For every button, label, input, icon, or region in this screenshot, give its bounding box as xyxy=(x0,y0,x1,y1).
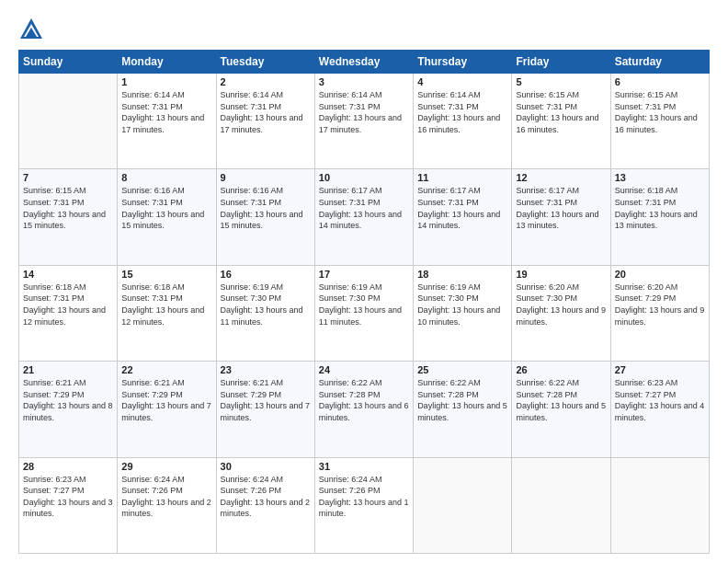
col-header-tuesday: Tuesday xyxy=(216,51,314,74)
day-info: Sunrise: 6:24 AMSunset: 7:26 PMDaylight:… xyxy=(121,474,211,520)
day-number: 14 xyxy=(23,269,113,280)
day-number: 11 xyxy=(417,172,507,183)
calendar-cell: 21Sunrise: 6:21 AMSunset: 7:29 PMDayligh… xyxy=(19,362,118,457)
calendar-cell: 19Sunrise: 6:20 AMSunset: 7:30 PMDayligh… xyxy=(512,265,610,361)
calendar-cell: 13Sunrise: 6:18 AMSunset: 7:31 PMDayligh… xyxy=(610,169,709,265)
calendar-week-1: 1Sunrise: 6:14 AMSunset: 7:31 PMDaylight… xyxy=(19,74,710,169)
col-header-sunday: Sunday xyxy=(19,51,118,74)
day-number: 31 xyxy=(319,461,409,472)
day-number: 28 xyxy=(23,461,113,472)
calendar-cell: 9Sunrise: 6:16 AMSunset: 7:31 PMDaylight… xyxy=(216,169,314,265)
calendar-cell: 27Sunrise: 6:23 AMSunset: 7:27 PMDayligh… xyxy=(610,362,709,457)
calendar-cell: 7Sunrise: 6:15 AMSunset: 7:31 PMDaylight… xyxy=(19,169,118,265)
calendar-cell xyxy=(610,457,709,553)
day-info: Sunrise: 6:23 AMSunset: 7:27 PMDaylight:… xyxy=(23,474,113,520)
calendar-cell xyxy=(414,457,512,553)
day-number: 15 xyxy=(121,269,211,280)
day-info: Sunrise: 6:14 AMSunset: 7:31 PMDaylight:… xyxy=(221,89,311,135)
day-number: 2 xyxy=(221,76,311,87)
day-number: 18 xyxy=(417,269,507,280)
day-number: 1 xyxy=(121,76,211,87)
day-info: Sunrise: 6:18 AMSunset: 7:31 PMDaylight:… xyxy=(615,185,705,231)
calendar-week-4: 21Sunrise: 6:21 AMSunset: 7:29 PMDayligh… xyxy=(19,362,710,457)
day-info: Sunrise: 6:16 AMSunset: 7:31 PMDaylight:… xyxy=(121,185,211,231)
col-header-monday: Monday xyxy=(118,51,216,74)
calendar-cell: 14Sunrise: 6:18 AMSunset: 7:31 PMDayligh… xyxy=(19,265,118,361)
day-info: Sunrise: 6:24 AMSunset: 7:26 PMDaylight:… xyxy=(319,474,409,520)
day-info: Sunrise: 6:16 AMSunset: 7:31 PMDaylight:… xyxy=(221,185,311,231)
day-info: Sunrise: 6:17 AMSunset: 7:31 PMDaylight:… xyxy=(516,185,606,231)
calendar-cell: 28Sunrise: 6:23 AMSunset: 7:27 PMDayligh… xyxy=(19,457,118,553)
day-info: Sunrise: 6:18 AMSunset: 7:31 PMDaylight:… xyxy=(23,282,113,327)
day-number: 24 xyxy=(319,364,409,375)
day-info: Sunrise: 6:14 AMSunset: 7:31 PMDaylight:… xyxy=(417,89,507,135)
day-number: 4 xyxy=(417,76,507,87)
calendar-cell: 15Sunrise: 6:18 AMSunset: 7:31 PMDayligh… xyxy=(118,265,216,361)
day-number: 23 xyxy=(221,364,311,375)
calendar-cell: 11Sunrise: 6:17 AMSunset: 7:31 PMDayligh… xyxy=(414,169,512,265)
calendar-cell: 12Sunrise: 6:17 AMSunset: 7:31 PMDayligh… xyxy=(512,169,610,265)
calendar-cell: 10Sunrise: 6:17 AMSunset: 7:31 PMDayligh… xyxy=(314,169,413,265)
day-info: Sunrise: 6:19 AMSunset: 7:30 PMDaylight:… xyxy=(221,282,311,327)
day-number: 30 xyxy=(221,461,311,472)
day-number: 13 xyxy=(615,172,705,183)
day-number: 21 xyxy=(23,364,113,375)
col-header-thursday: Thursday xyxy=(414,51,512,74)
col-header-saturday: Saturday xyxy=(610,51,709,74)
page: SundayMondayTuesdayWednesdayThursdayFrid… xyxy=(0,0,728,563)
col-header-wednesday: Wednesday xyxy=(314,51,413,74)
calendar-cell: 1Sunrise: 6:14 AMSunset: 7:31 PMDaylight… xyxy=(118,74,216,169)
calendar-cell: 31Sunrise: 6:24 AMSunset: 7:26 PMDayligh… xyxy=(314,457,413,553)
logo xyxy=(18,17,48,42)
day-info: Sunrise: 6:15 AMSunset: 7:31 PMDaylight:… xyxy=(615,89,705,135)
day-number: 7 xyxy=(23,172,113,183)
day-info: Sunrise: 6:14 AMSunset: 7:31 PMDaylight:… xyxy=(319,89,409,135)
day-info: Sunrise: 6:14 AMSunset: 7:31 PMDaylight:… xyxy=(121,89,211,135)
day-number: 22 xyxy=(121,364,211,375)
day-info: Sunrise: 6:18 AMSunset: 7:31 PMDaylight:… xyxy=(121,282,211,327)
day-info: Sunrise: 6:15 AMSunset: 7:31 PMDaylight:… xyxy=(23,185,113,231)
day-number: 25 xyxy=(417,364,507,375)
calendar-cell: 29Sunrise: 6:24 AMSunset: 7:26 PMDayligh… xyxy=(118,457,216,553)
calendar-cell: 6Sunrise: 6:15 AMSunset: 7:31 PMDaylight… xyxy=(610,74,709,169)
day-number: 9 xyxy=(221,172,311,183)
calendar-header-row: SundayMondayTuesdayWednesdayThursdayFrid… xyxy=(19,51,710,74)
day-info: Sunrise: 6:23 AMSunset: 7:27 PMDaylight:… xyxy=(615,377,705,423)
day-number: 6 xyxy=(615,76,705,87)
calendar-week-2: 7Sunrise: 6:15 AMSunset: 7:31 PMDaylight… xyxy=(19,169,710,265)
calendar-cell xyxy=(19,74,118,169)
calendar-cell: 16Sunrise: 6:19 AMSunset: 7:30 PMDayligh… xyxy=(216,265,314,361)
day-number: 19 xyxy=(516,269,606,280)
calendar-table: SundayMondayTuesdayWednesdayThursdayFrid… xyxy=(18,50,710,554)
header xyxy=(18,17,710,42)
calendar-cell: 4Sunrise: 6:14 AMSunset: 7:31 PMDaylight… xyxy=(414,74,512,169)
day-info: Sunrise: 6:24 AMSunset: 7:26 PMDaylight:… xyxy=(221,474,311,520)
day-number: 3 xyxy=(319,76,409,87)
calendar-cell: 26Sunrise: 6:22 AMSunset: 7:28 PMDayligh… xyxy=(512,362,610,457)
day-number: 16 xyxy=(221,269,311,280)
calendar-cell: 20Sunrise: 6:20 AMSunset: 7:29 PMDayligh… xyxy=(610,265,709,361)
day-number: 27 xyxy=(615,364,705,375)
day-info: Sunrise: 6:15 AMSunset: 7:31 PMDaylight:… xyxy=(516,89,606,135)
calendar-cell: 2Sunrise: 6:14 AMSunset: 7:31 PMDaylight… xyxy=(216,74,314,169)
day-info: Sunrise: 6:22 AMSunset: 7:28 PMDaylight:… xyxy=(417,377,507,423)
day-info: Sunrise: 6:22 AMSunset: 7:28 PMDaylight:… xyxy=(319,377,409,423)
calendar-cell: 18Sunrise: 6:19 AMSunset: 7:30 PMDayligh… xyxy=(414,265,512,361)
day-number: 10 xyxy=(319,172,409,183)
day-info: Sunrise: 6:21 AMSunset: 7:29 PMDaylight:… xyxy=(23,377,113,423)
calendar-cell: 5Sunrise: 6:15 AMSunset: 7:31 PMDaylight… xyxy=(512,74,610,169)
day-number: 20 xyxy=(615,269,705,280)
day-number: 5 xyxy=(516,76,606,87)
logo-icon xyxy=(18,17,44,42)
col-header-friday: Friday xyxy=(512,51,610,74)
day-number: 8 xyxy=(121,172,211,183)
calendar-cell: 8Sunrise: 6:16 AMSunset: 7:31 PMDaylight… xyxy=(118,169,216,265)
day-number: 29 xyxy=(121,461,211,472)
calendar-cell: 25Sunrise: 6:22 AMSunset: 7:28 PMDayligh… xyxy=(414,362,512,457)
day-info: Sunrise: 6:20 AMSunset: 7:29 PMDaylight:… xyxy=(615,282,705,327)
day-number: 26 xyxy=(516,364,606,375)
calendar-cell xyxy=(512,457,610,553)
day-info: Sunrise: 6:21 AMSunset: 7:29 PMDaylight:… xyxy=(121,377,211,423)
calendar-cell: 17Sunrise: 6:19 AMSunset: 7:30 PMDayligh… xyxy=(314,265,413,361)
day-info: Sunrise: 6:20 AMSunset: 7:30 PMDaylight:… xyxy=(516,282,606,327)
